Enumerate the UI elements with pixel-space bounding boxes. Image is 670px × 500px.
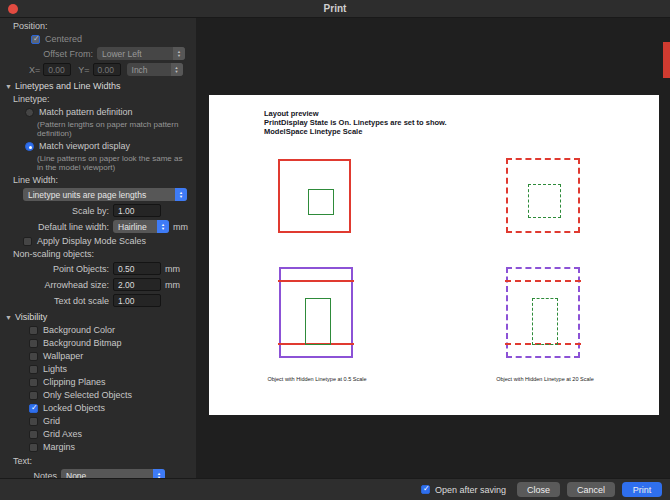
grid-axes-checkbox[interactable] (29, 430, 38, 439)
margins-checkbox[interactable] (29, 443, 38, 452)
nonscaling-label: Non-scaling objects: (13, 249, 94, 259)
cancel-button[interactable]: Cancel (567, 482, 615, 497)
preview-hidden-linetype-dashed (506, 267, 580, 358)
visibility-section-header[interactable]: ▼ Visibility (5, 312, 191, 322)
open-after-saving-label: Open after saving (435, 485, 506, 495)
window-title: Print (0, 3, 670, 14)
locked-objects-checkbox[interactable] (29, 404, 38, 413)
point-objects-field[interactable]: 0.50 (113, 262, 161, 275)
arrowhead-unit: mm (165, 280, 180, 290)
chevron-down-icon: ▼ (5, 83, 12, 90)
x-field[interactable]: 0.00 (43, 63, 71, 76)
scale-by-label: Scale by: (5, 206, 109, 216)
textdot-field[interactable]: 1.00 (113, 294, 161, 307)
notes-dropdown[interactable]: None (61, 469, 165, 478)
checkbox-label: Lights (43, 364, 67, 374)
checkbox-label: Wallpaper (43, 351, 83, 361)
checkbox-label: Margins (43, 442, 75, 452)
textdot-label: Text dot scale (5, 296, 109, 306)
preview-square-dashed (506, 158, 580, 233)
chevron-updown-icon (153, 469, 165, 478)
match-pattern-radio[interactable] (25, 108, 34, 117)
chevron-down-icon: ▼ (5, 314, 12, 321)
match-viewport-radio[interactable] (25, 142, 34, 151)
y-field[interactable]: 0.00 (93, 63, 121, 76)
chevron-updown-icon (175, 188, 187, 201)
match-pattern-label: Match pattern definition (39, 107, 133, 117)
clipping-planes-checkbox[interactable] (29, 378, 38, 387)
default-width-label: Default line width: (5, 222, 109, 232)
only-selected-objects-checkbox[interactable] (29, 391, 38, 400)
offset-from-dropdown[interactable]: Lower Left (97, 47, 185, 60)
preview-page: Layout preview PrintDisplay State is On.… (209, 95, 659, 415)
titlebar: Print (0, 0, 670, 18)
apply-display-mode-checkbox[interactable] (23, 237, 32, 246)
notes-label: Notes (5, 471, 57, 479)
grid-checkbox[interactable] (29, 417, 38, 426)
chevron-updown-icon (157, 220, 169, 233)
preview-line3: ModelSpace Linetype Scale (264, 127, 447, 136)
linetypes-section-header[interactable]: ▼ Linetypes and Line Widths (5, 81, 191, 91)
centered-checkbox[interactable] (31, 35, 40, 44)
scale-by-field[interactable]: 1.00 (113, 204, 161, 217)
green-rect-dashed (532, 298, 558, 345)
linetype-units-value: Linetype units are page lengths (28, 190, 146, 200)
close-dialog-button[interactable]: Close (517, 482, 560, 497)
checkbox-label: Clipping Planes (43, 377, 106, 387)
linetype-label: Linetype: (13, 94, 50, 104)
edge-red-artifact (663, 42, 670, 78)
point-objects-unit: mm (165, 264, 180, 274)
lights-checkbox[interactable] (29, 365, 38, 374)
preview-line1: Layout preview (264, 109, 447, 118)
chevron-updown-icon (171, 63, 183, 76)
caption-right: Object with Hidden Linetype at 20 Scale (465, 376, 625, 382)
background-bitmap-checkbox[interactable] (29, 339, 38, 348)
match-pattern-desc: (Pattern lengths on paper match pattern … (37, 120, 185, 138)
preview-area: Layout preview PrintDisplay State is On.… (196, 18, 670, 478)
offset-from-label: Offset From: (5, 49, 93, 59)
background-color-checkbox[interactable] (29, 326, 38, 335)
red-line-top (278, 280, 354, 282)
checkbox-label: Grid Axes (43, 429, 82, 439)
default-width-dropdown[interactable]: Hairline (113, 220, 169, 233)
position-section-label: Position: (13, 21, 48, 31)
default-width-unit: mm (173, 222, 188, 232)
centered-label: Centered (45, 34, 82, 44)
y-label: Y= (78, 65, 89, 75)
default-width-value: Hairline (118, 222, 147, 232)
text-section-label: Text: (13, 456, 32, 466)
preview-hidden-linetype-solid (279, 267, 353, 358)
red-line-top-dashed (505, 280, 581, 282)
apply-display-mode-label: Apply Display Mode Scales (37, 236, 146, 246)
open-after-saving-checkbox[interactable] (421, 485, 430, 494)
print-button[interactable]: Print (622, 482, 662, 497)
wallpaper-checkbox[interactable] (29, 352, 38, 361)
preview-text: Layout preview PrintDisplay State is On.… (264, 109, 447, 136)
arrowhead-label: Arrowhead size: (5, 280, 109, 290)
match-viewport-label: Match viewport display (39, 141, 130, 151)
preview-line2: PrintDisplay State is On. Linetypes are … (264, 118, 447, 127)
checkbox-label: Background Color (43, 325, 115, 335)
arrowhead-field[interactable]: 2.00 (113, 278, 161, 291)
settings-panel: Position: Centered Offset From: Lower Le… (0, 18, 196, 478)
x-label: X= (29, 65, 40, 75)
chevron-updown-icon (173, 47, 185, 60)
preview-inner-square-solid (308, 189, 334, 215)
unit-value: Inch (132, 65, 148, 75)
checkbox-label: Locked Objects (43, 403, 105, 413)
point-objects-label: Point Objects: (5, 264, 109, 274)
green-rect (305, 298, 331, 345)
checkbox-label: Only Selected Objects (43, 390, 132, 400)
checkbox-label: Grid (43, 416, 60, 426)
unit-dropdown[interactable]: Inch (127, 63, 183, 76)
caption-left: Object with Hidden Linetype at 0.5 Scale (237, 376, 397, 382)
offset-from-value: Lower Left (102, 49, 142, 59)
notes-value: None (66, 471, 86, 479)
checkbox-label: Background Bitmap (43, 338, 122, 348)
preview-inner-square-dashed (528, 184, 561, 218)
match-viewport-desc: (Line patterns on paper look the same as… (37, 154, 185, 172)
footer-bar: Open after saving Close Cancel Print (0, 478, 670, 500)
preview-square-solid (278, 159, 351, 233)
linetype-units-dropdown[interactable]: Linetype units are page lengths (23, 188, 187, 201)
line-width-label: Line Width: (13, 175, 58, 185)
